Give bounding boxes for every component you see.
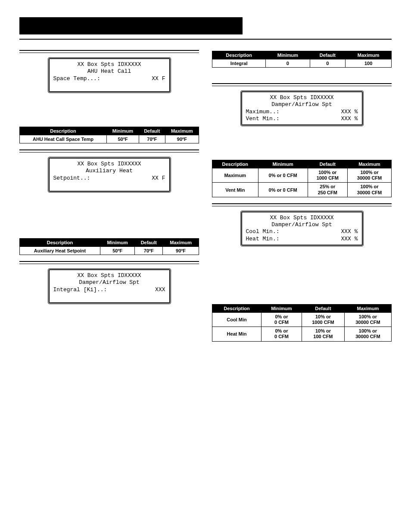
cell-def: 100% or1000 CFM [308,168,348,183]
section-rule [19,149,199,150]
cell-desc: Vent Min [212,183,258,197]
cell-def: 0 [310,59,346,68]
table-cool-heat: Description Minimum Default Maximum Cool… [212,304,392,342]
cell-def: 70ºF [139,135,165,143]
lcd-label: Space Temp...: [53,75,100,82]
lcd-label: Vent Min.: [246,115,280,122]
cell-desc: Auxiliary Heat Setpoint [20,247,100,255]
page-header-bar [19,17,243,34]
left-column: XX Box Spts IDXXXXX AHU Heat Call Space … [19,48,199,348]
cell-max: 100% or30000 CFM [344,327,391,341]
table-row: AHU Heat Call Space Temp 50ºF 70ºF 90ºF [20,135,199,143]
cell-max: 90ºF [163,247,199,255]
lcd-value: XXX % [341,109,358,115]
lcd-line: Auxiliary Heat [53,168,165,174]
two-column-layout: XX Box Spts IDXXXXX AHU Heat Call Space … [19,48,392,348]
cell-desc: Integral [212,59,266,68]
lcd-value: XX F [152,75,165,82]
table-row: Integral 0 0 100 [212,59,392,68]
col-header: Default [302,304,344,312]
lcd-line: Space Temp...: XX F [53,75,165,82]
table-row: Maximum 0% or 0 CFM 100% or1000 CFM 100%… [212,168,392,183]
col-header: Description [20,127,107,135]
section-rule [212,206,392,206]
lcd-line: Heat Min.: XXX % [246,236,358,243]
col-header: Default [310,51,346,59]
cell-min: 0% or 0 CFM [258,168,308,183]
lcd-line: Integral [Ki]..: XXX [53,286,165,293]
lcd-line: XX Box Spts IDXXXXX [53,61,165,68]
cell-min: 50ºF [106,135,139,143]
col-header: Maximum [348,160,392,168]
table-aux-heat: Description Minimum Default Maximum Auxi… [19,238,199,255]
lcd-blank-line [53,293,165,300]
lcd-line: Vent Min.: XXX % [246,115,358,122]
col-header: Minimum [258,160,308,168]
lcd-line: AHU Heat Call [53,68,165,75]
lcd-value: XXX % [341,236,358,243]
section-rule [19,152,199,152]
section-rule [19,261,199,262]
right-column: Description Minimum Default Maximum Inte… [212,48,392,348]
page-top-rule [19,39,392,40]
section-rule [212,83,392,84]
cell-desc: Heat Min [212,327,262,341]
lcd-line: Cool Min.: XXX % [246,228,358,235]
col-header: Maximum [165,127,199,135]
lcd-value: XXX [155,286,165,293]
lcd-damper-max-vent: XX Box Spts IDXXXXX Damper/Airflow Spt M… [240,90,364,126]
cell-min: 0% or0 CFM [262,327,302,341]
lcd-label: Heat Min.: [246,236,280,243]
cell-min: 50ºF [100,247,135,255]
col-header: Description [212,51,266,59]
lcd-ahu-heat-call: XX Box Spts IDXXXXX AHU Heat Call Space … [48,57,171,93]
table-ahu-heat: Description Minimum Default Maximum AHU … [19,127,199,143]
lcd-line: Damper/Airflow Spt [53,279,165,286]
col-header: Description [212,304,262,312]
cell-min: 0% or0 CFM [262,312,302,327]
cell-desc: Maximum [212,168,258,183]
lcd-damper-integral: XX Box Spts IDXXXXX Damper/Airflow Spt I… [48,268,171,304]
table-max-vent: Description Minimum Default Maximum Maxi… [212,160,392,197]
cell-def: 70ºF [135,247,163,255]
col-header: Minimum [262,304,302,312]
table-row: Auxiliary Heat Setpoint 50ºF 70ºF 90ºF [20,247,199,255]
lcd-line: Damper/Airflow Spt [246,221,358,228]
lcd-label: Setpoint..: [53,175,90,182]
lcd-value: XXX % [341,115,358,122]
table-row: Vent Min 0% or 0 CFM 25% or250 CFM 100% … [212,183,392,197]
col-header: Description [212,160,258,168]
lcd-damper-cool-heat: XX Box Spts IDXXXXX Damper/Airflow Spt C… [240,211,364,246]
lcd-aux-heat: XX Box Spts IDXXXXX Auxiliary Heat Setpo… [48,157,171,193]
lcd-line: Damper/Airflow Spt [246,101,358,108]
cell-min: 0 [266,59,310,68]
col-header: Minimum [266,51,310,59]
table-integral: Description Minimum Default Maximum Inte… [212,51,392,68]
col-header: Default [135,239,163,247]
lcd-line: XX Box Spts IDXXXXX [246,215,358,221]
col-header: Minimum [106,127,139,135]
section-rule [212,203,392,204]
lcd-line: XX Box Spts IDXXXXX [246,94,358,101]
col-header: Maximum [163,239,199,247]
lcd-label: Cool Min.: [246,228,280,235]
cell-desc: AHU Heat Call Space Temp [20,135,107,143]
cell-max: 100 [346,59,392,68]
cell-max: 90ºF [165,135,199,143]
cell-max: 100% or30000 CFM [348,168,392,183]
cell-desc: Cool Min [212,312,262,327]
col-header: Minimum [100,239,135,247]
section-rule [19,53,199,53]
lcd-label: Integral [Ki]..: [53,286,107,293]
cell-def: 10% or100 CFM [302,327,344,341]
col-header: Default [139,127,165,135]
lcd-line: Maximum..: XXX % [246,109,358,115]
cell-max: 100% or30000 CFM [344,312,391,327]
col-header: Description [20,239,100,247]
section-rule [19,50,199,51]
cell-min: 0% or 0 CFM [258,183,308,197]
lcd-line: XX Box Spts IDXXXXX [53,161,165,168]
col-header: Default [308,160,348,168]
lcd-value: XX F [152,175,165,182]
lcd-blank-line [53,182,165,189]
